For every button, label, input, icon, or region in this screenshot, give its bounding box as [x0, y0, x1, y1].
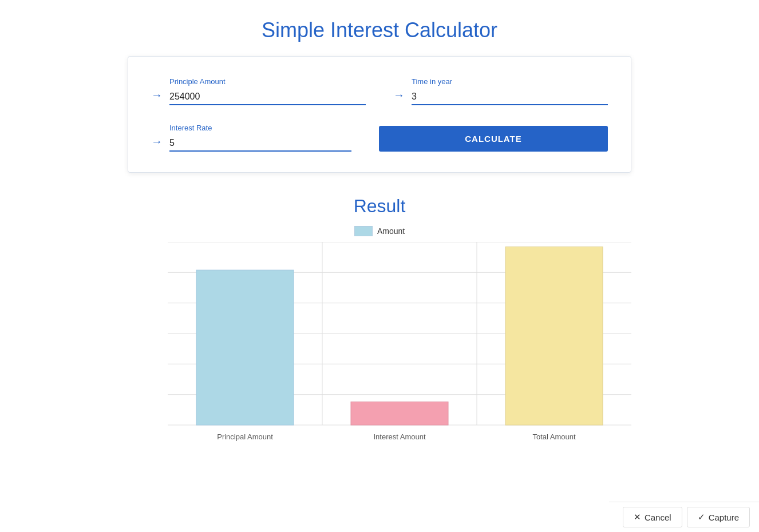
principal-arrow-icon: →: [151, 89, 163, 102]
time-arrow-icon: →: [393, 89, 405, 102]
cancel-button[interactable]: ✕ Cancel: [623, 507, 682, 527]
rate-label: Interest Rate: [169, 124, 351, 132]
legend-color-swatch: [354, 226, 373, 236]
bar-chart: 0 50000 100000 150000 200000 250000 3000…: [168, 242, 631, 448]
capture-button[interactable]: ✓ Capture: [687, 507, 750, 527]
capture-icon: ✓: [698, 512, 705, 522]
result-section: Result Amount: [128, 196, 631, 471]
cancel-icon: ✕: [634, 512, 641, 522]
svg-text:Principal Amount: Principal Amount: [217, 432, 273, 441]
bottom-bar: ✕ Cancel ✓ Capture: [609, 502, 759, 532]
rate-input[interactable]: [169, 136, 351, 152]
capture-label: Capture: [709, 513, 739, 522]
rate-field-group: → Interest Rate: [151, 124, 351, 152]
bar-total: [505, 247, 603, 425]
rate-arrow-icon: →: [151, 135, 163, 148]
svg-text:Total Amount: Total Amount: [532, 432, 576, 441]
time-input[interactable]: [412, 89, 608, 105]
bar-principal: [196, 270, 294, 425]
time-field-wrap: Time in year: [412, 77, 608, 105]
principal-label: Principle Amount: [169, 77, 366, 86]
chart-wrapper: 0 50000 100000 150000 200000 250000 3000…: [128, 242, 631, 471]
calculate-button[interactable]: CALCULATE: [379, 126, 608, 152]
principal-input[interactable]: [169, 89, 366, 105]
rate-field-wrap: Interest Rate: [169, 124, 351, 152]
result-title: Result: [128, 196, 631, 217]
svg-text:Interest Amount: Interest Amount: [373, 432, 425, 441]
bar-interest: [351, 402, 448, 425]
cancel-label: Cancel: [645, 513, 671, 522]
fields-row-1: → Principle Amount → Time in year: [151, 77, 608, 105]
chart-legend: Amount: [128, 226, 631, 236]
time-field-group: → Time in year: [393, 77, 608, 105]
fields-row-2: → Interest Rate CALCULATE: [151, 124, 608, 152]
principal-field-group: → Principle Amount: [151, 77, 366, 105]
page-title: Simple Interest Calculator: [0, 0, 759, 56]
calculator-card: → Principle Amount → Time in year → Inte…: [128, 56, 631, 173]
legend-label: Amount: [377, 227, 405, 236]
time-label: Time in year: [412, 77, 608, 86]
principal-field-wrap: Principle Amount: [169, 77, 366, 105]
